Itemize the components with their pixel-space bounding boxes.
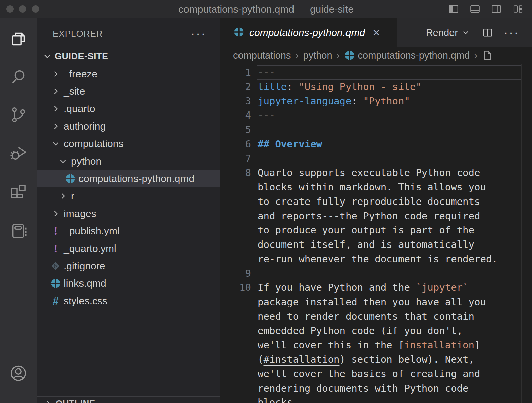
- editor-group: computations-python.qmd ✕ Render ··· com…: [220, 18, 532, 403]
- code-line-wrap: to create fully reproducible documents: [220, 194, 532, 209]
- tree-item-label: styles.css: [64, 295, 107, 307]
- tree-item-styles-css[interactable]: #styles.css: [37, 292, 220, 310]
- tree-item-label: _freeze: [64, 68, 97, 80]
- breadcrumb: computations›python›computations-python.…: [220, 47, 532, 64]
- editor-more-actions-icon[interactable]: ···: [503, 18, 519, 47]
- tree-item-label: links.qmd: [64, 278, 106, 289]
- line-number: [220, 180, 251, 194]
- breadcrumb-item-computations-python-qmd[interactable]: computations-python.qmd: [344, 50, 470, 61]
- code-line-6: 6## Overview: [220, 137, 532, 151]
- line-number: 1: [220, 65, 251, 80]
- tree-item-python[interactable]: python: [37, 152, 220, 170]
- tree-item-r[interactable]: r: [37, 187, 220, 205]
- line-number: [220, 209, 251, 223]
- chevron-down-icon: [58, 157, 68, 166]
- breadcrumb-separator: ›: [296, 50, 299, 61]
- tab-computations-python[interactable]: computations-python.qmd ✕: [220, 18, 397, 47]
- breadcrumb-item-computations[interactable]: computations: [233, 50, 291, 61]
- tree-item--publish-yml[interactable]: !_publish.yml: [37, 222, 220, 240]
- code-line-wrap: we'll cover the basics of creating and: [220, 367, 532, 381]
- chevron-right-icon: [50, 87, 61, 96]
- tree-item-authoring[interactable]: authoring: [37, 118, 220, 135]
- toggle-secondary-sidebar-icon[interactable]: [490, 3, 502, 15]
- code-line-wrap: rendering documents with Python code: [220, 381, 532, 396]
- code-line-wrap: package installed then you have all you: [220, 295, 532, 309]
- explorer-icon[interactable]: [9, 30, 28, 50]
- customize-layout-icon[interactable]: [512, 3, 524, 15]
- breadcrumb-item-python[interactable]: python: [303, 50, 332, 61]
- line-number: [220, 252, 251, 266]
- tree-item--freeze[interactable]: _freeze: [37, 65, 220, 83]
- line-number: [220, 295, 251, 309]
- code-line-10: 10If you have Python and the `jupyter`: [220, 280, 532, 295]
- activity-bar: [0, 18, 37, 403]
- tree-item--site[interactable]: _site: [37, 83, 220, 100]
- toggle-panel-icon[interactable]: [469, 3, 481, 15]
- explorer-more-actions-icon[interactable]: ···: [191, 25, 206, 42]
- tree-item--gitignore[interactable]: .gitignore: [37, 257, 220, 275]
- tree-item--quarto-yml[interactable]: !_quarto.yml: [37, 240, 220, 257]
- code-line-5: 5: [220, 123, 532, 137]
- tree-item-computations[interactable]: computations: [37, 135, 220, 152]
- line-number: 3: [220, 94, 251, 108]
- yaml-icon: !: [50, 242, 61, 255]
- breadcrumb-item-file[interactable]: [482, 50, 492, 61]
- line-number: 4: [220, 108, 251, 123]
- line-number: [220, 194, 251, 209]
- tab-bar: computations-python.qmd ✕ Render ···: [220, 18, 532, 47]
- tree-item-images[interactable]: images: [37, 205, 220, 222]
- run-and-debug-icon[interactable]: [9, 143, 28, 164]
- line-number: [220, 324, 251, 338]
- tree-item-links-qmd[interactable]: links.qmd: [37, 275, 220, 292]
- explorer-sidebar: EXPLORER ··· GUIDE-SITE _freeze_site.qua…: [37, 18, 220, 403]
- tree-item--quarto[interactable]: .quarto: [37, 100, 220, 118]
- extensions-icon[interactable]: [9, 181, 28, 202]
- code-line-wrap: need to render documents that contain: [220, 309, 532, 324]
- code-editor[interactable]: 1---2title: "Using Python - site"3jupyte…: [220, 64, 532, 403]
- line-number: [220, 309, 251, 324]
- breadcrumb-separator: ›: [337, 50, 340, 61]
- quarto-icon: [234, 27, 244, 38]
- code-line-wrap: document itself, and is automatically: [220, 237, 532, 252]
- line-number: [220, 237, 251, 252]
- line-number: [220, 223, 251, 237]
- line-number: 9: [220, 266, 251, 281]
- line-number: [220, 338, 251, 352]
- code-line-2: 2title: "Using Python - site": [220, 80, 532, 94]
- breadcrumb-separator: ›: [474, 50, 477, 61]
- notebook-icon[interactable]: [9, 222, 28, 242]
- code-line-3: 3jupyter-language: "Python": [220, 94, 532, 108]
- outline-section-header[interactable]: OUTLINE: [43, 398, 95, 403]
- close-tab-icon[interactable]: ✕: [372, 27, 380, 38]
- account-icon[interactable]: [9, 364, 28, 385]
- render-button[interactable]: Render: [426, 27, 470, 38]
- code-line-wrap: embedded Python code (if you don't,: [220, 324, 532, 338]
- tree-root-guide-site[interactable]: GUIDE-SITE: [37, 48, 220, 65]
- window-titlebar: computations-python.qmd — guide-site: [0, 0, 532, 18]
- code-line-8: 8Quarto supports executable Python code: [220, 166, 532, 180]
- code-line-wrap: and reports---the Python code required: [220, 209, 532, 223]
- chevron-right-icon: [50, 104, 61, 113]
- git-icon: [50, 261, 61, 271]
- search-icon[interactable]: [9, 68, 28, 88]
- tree-item-computations-python-qmd[interactable]: computations-python.qmd: [37, 170, 220, 187]
- chevron-right-icon: [58, 192, 68, 200]
- tree-item-label: python: [71, 155, 101, 167]
- tree-item-label: authoring: [64, 121, 106, 132]
- quarto-icon: [65, 174, 76, 184]
- quarto-icon: [50, 278, 61, 288]
- tab-label: computations-python.qmd: [249, 27, 365, 38]
- code-line-wrap: re-run whenever the document is rendered…: [220, 252, 532, 266]
- chevron-right-icon: [50, 122, 61, 131]
- code-line-wrap: blocks.: [220, 395, 532, 403]
- tree-item-label: r: [71, 190, 74, 202]
- file-icon: [482, 50, 492, 61]
- line-number: [220, 367, 251, 381]
- source-control-icon[interactable]: [9, 105, 28, 126]
- outline-section-divider: [37, 396, 220, 397]
- chevron-down-icon: [50, 139, 61, 148]
- toggle-primary-sidebar-icon[interactable]: [447, 3, 460, 15]
- file-tree: _freeze_site.quartoauthoringcomputations…: [37, 65, 220, 310]
- split-editor-icon[interactable]: [482, 27, 493, 38]
- tree-item-label: images: [64, 208, 96, 219]
